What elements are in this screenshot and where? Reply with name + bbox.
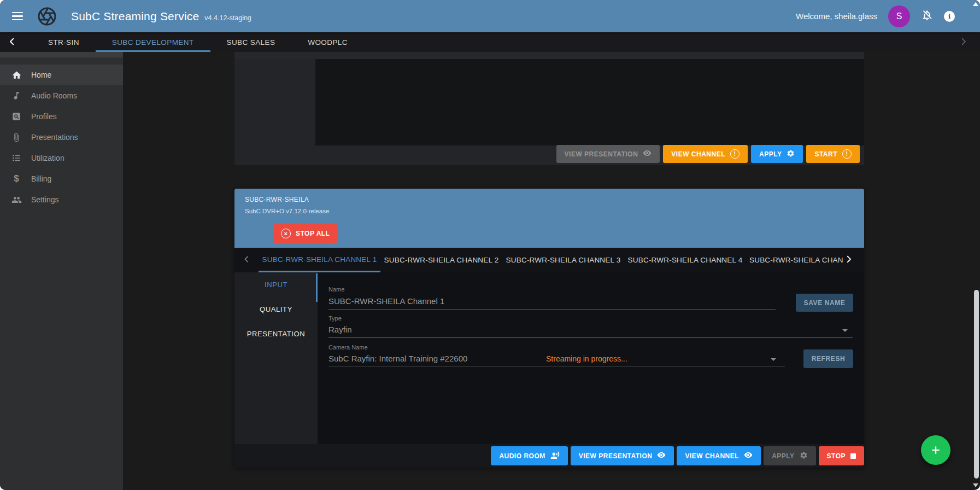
device-card-footer: AUDIO ROOM VIEW PRESENTATION VIEW CHANNE… [234, 444, 864, 468]
view-presentation-button[interactable]: VIEW PRESENTATION [571, 446, 674, 465]
top-card-actions: VIEW PRESENTATION VIEW CHANNEL ! APPLY S… [556, 145, 860, 163]
gear-icon [800, 451, 808, 461]
scrollbar-thumb[interactable] [974, 290, 979, 479]
notifications-off-button[interactable] [921, 9, 933, 23]
channel-tab-5[interactable]: SUBC-RWR-SHEILA CHAN [746, 248, 849, 272]
tab-input[interactable]: INPUT [234, 272, 318, 297]
channel-tab-2[interactable]: SUBC-RWR-SHEILA CHANNEL 2 [380, 248, 502, 272]
channel-tabs: SUBC-RWR-SHEILA CHANNEL 1 SUBC-RWR-SHEIL… [234, 248, 864, 272]
list-icon [11, 153, 22, 164]
gear-icon [787, 149, 795, 159]
welcome-text: Welcome, sheila.glass [796, 11, 877, 21]
type-field-underline [328, 337, 853, 338]
sidebar-item-profiles[interactable]: Profiles [0, 106, 123, 127]
org-tab-subc-development[interactable]: SUBC DEVELOPMENT [96, 32, 210, 52]
view-presentation-button[interactable]: VIEW PRESENTATION [556, 145, 660, 163]
save-name-button[interactable]: SAVE NAME [796, 294, 853, 312]
chevron-right-icon [844, 254, 854, 266]
type-field-label: Type [328, 315, 342, 322]
org-tab-bar: STR-SIN SUBC DEVELOPMENT SUBC SALES WOOD… [0, 32, 980, 52]
apply-button[interactable]: APPLY [764, 446, 815, 465]
appbar-right: Welcome, sheila.glass S i [796, 5, 955, 27]
start-button[interactable]: START ! [806, 145, 860, 163]
org-tabs-forward-button[interactable] [952, 32, 976, 52]
button-label: APPLY [772, 452, 794, 460]
button-label: VIEW PRESENTATION [565, 150, 638, 158]
camera-field-underline [328, 366, 785, 366]
dollar-icon: $ [11, 173, 22, 184]
channel-tab-4[interactable]: SUBC-RWR-SHEILA CHANNEL 4 [624, 248, 746, 272]
voice-person-icon [550, 451, 560, 462]
info-icon: i [944, 11, 955, 22]
view-channel-button[interactable]: VIEW CHANNEL [677, 446, 761, 465]
music-note-icon [11, 90, 22, 101]
device-subtitle: SubC DVR+O v7.12.0-release [245, 208, 864, 214]
button-label: VIEW CHANNEL [671, 150, 725, 158]
sidebar-item-utilization[interactable]: Utilization [0, 148, 123, 168]
notifications-off-icon [921, 9, 933, 23]
channel-tab-1[interactable]: SUBC-RWR-SHEILA CHANNEL 1 [259, 248, 380, 272]
section-tabs: INPUT QUALITY PRESENTATION [234, 272, 318, 444]
apply-button[interactable]: APPLY [751, 145, 803, 163]
view-channel-button[interactable]: VIEW CHANNEL ! [663, 145, 748, 163]
stop-square-icon [850, 453, 856, 459]
camera-name-select-value[interactable]: SubC Rayfin: Internal Training #22600 [328, 354, 467, 363]
button-label: START [814, 150, 837, 158]
scrolled-channel-card: VIEW PRESENTATION VIEW CHANNEL ! APPLY S… [234, 52, 864, 165]
menu-button[interactable] [0, 12, 23, 21]
channel-tabs-forward-button[interactable] [837, 248, 861, 272]
sidebar-item-audio-rooms[interactable]: Audio Rooms [0, 85, 123, 106]
alert-circle-icon: ! [730, 149, 740, 159]
type-dropdown-caret-icon[interactable] [842, 329, 848, 332]
sidebar-item-home[interactable]: Home [0, 65, 123, 85]
eye-icon [643, 149, 652, 159]
org-tab-woodplc[interactable]: WOODPLC [291, 32, 364, 52]
app-header: SubC Streaming Service v4.4.12-staging W… [0, 0, 980, 32]
sidebar-item-label: Audio Rooms [31, 91, 77, 100]
chevron-right-icon [959, 37, 969, 48]
eye-icon [744, 451, 753, 461]
add-fab-button[interactable]: + [921, 435, 950, 465]
type-select-value[interactable]: Rayfin [328, 325, 352, 334]
device-card-header: SUBC-RWR-SHEILA SubC DVR+O v7.12.0-relea… [234, 189, 864, 248]
channel-tab-3[interactable]: SUBC-RWR-SHEILA CHANNEL 3 [502, 248, 624, 272]
button-label: STOP ALL [296, 230, 330, 237]
button-label: STOP [827, 452, 846, 460]
channel-tabs-back-button[interactable] [234, 248, 259, 272]
card-panel [315, 59, 864, 145]
button-label: APPLY [759, 150, 782, 158]
app-window: SubC Streaming Service v4.4.12-staging W… [0, 0, 980, 490]
sidebar-item-label: Utilization [31, 154, 64, 162]
sidebar-item-settings[interactable]: Settings [0, 189, 123, 210]
sidebar-item-presentations[interactable]: Presentations [0, 127, 123, 148]
stop-button[interactable]: STOP [819, 446, 864, 465]
hamburger-icon [12, 12, 23, 21]
refresh-button[interactable]: REFRESH [803, 349, 853, 368]
tab-quality[interactable]: QUALITY [234, 297, 318, 322]
name-field-value[interactable]: SUBC-RWR-SHEILA Channel 1 [328, 296, 444, 306]
info-button[interactable]: i [944, 11, 955, 22]
user-avatar[interactable]: S [888, 5, 910, 27]
input-form: Name SUBC-RWR-SHEILA Channel 1 SAVE NAME… [318, 272, 864, 444]
tab-presentation[interactable]: PRESENTATION [234, 322, 318, 346]
image-search-icon [11, 111, 22, 122]
paperclip-icon [11, 132, 22, 143]
org-tab-subc-sales[interactable]: SUBC SALES [210, 32, 292, 52]
app-title: SubC Streaming Service [71, 10, 199, 23]
channel-settings-body: INPUT QUALITY PRESENTATION Name SUBC-RWR… [234, 272, 864, 444]
x-circle-icon: × [281, 229, 291, 238]
chevron-left-icon [242, 255, 251, 265]
sidebar-item-billing[interactable]: $ Billing [0, 168, 123, 189]
audio-room-button[interactable]: AUDIO ROOM [491, 446, 567, 465]
org-tab-str-sin[interactable]: STR-SIN [32, 32, 96, 52]
camera-dropdown-caret-icon[interactable] [771, 358, 776, 361]
button-label: VIEW CHANNEL [685, 452, 739, 460]
button-label: VIEW PRESENTATION [579, 452, 653, 460]
scrollbar-down-arrow[interactable] [973, 483, 978, 487]
scrollbar-up-arrow[interactable] [973, 2, 978, 6]
eye-icon [657, 451, 666, 461]
aperture-logo-icon [37, 7, 57, 26]
stop-all-button[interactable]: × STOP ALL [273, 224, 337, 243]
org-tabs: STR-SIN SUBC DEVELOPMENT SUBC SALES WOOD… [32, 32, 364, 52]
org-tabs-back-button[interactable] [0, 32, 24, 52]
